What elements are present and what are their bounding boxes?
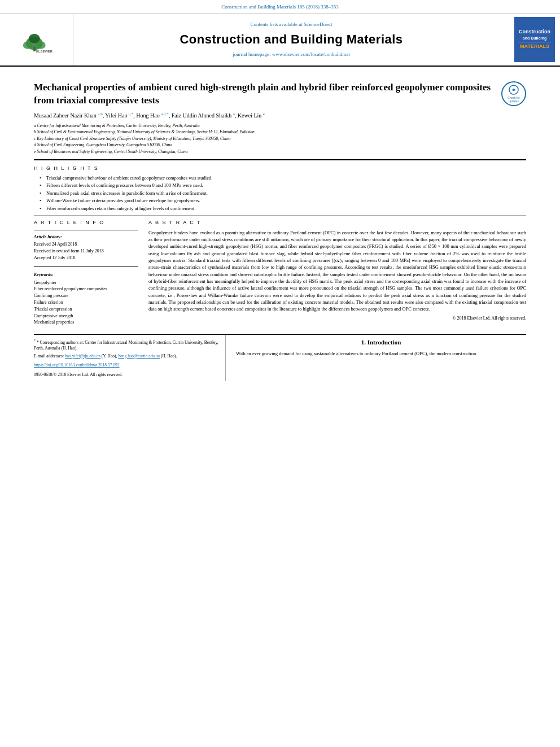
- svg-point-4: [29, 34, 40, 43]
- article-history-label: Article history:: [34, 234, 138, 240]
- issn-line: 0950-0618/© 2018 Elsevier Ltd. All right…: [34, 372, 218, 378]
- revised-date: Received in revised form 11 July 2018: [34, 248, 138, 255]
- cbm-logo-area: Construction and Building MATERIALS: [509, 14, 560, 65]
- introduction-text: With an ever growing demand for using su…: [236, 350, 526, 357]
- keywords-divider: [34, 267, 138, 267]
- affiliation-e: e School of Resources and Safety Enginee…: [34, 149, 526, 155]
- journal-header: ELSEVIER Contents lists available at Sci…: [0, 14, 560, 67]
- abstract-section: A B S T R A C T Geopolymer binders have …: [148, 219, 526, 326]
- highlight-item-1: Triaxial compressive behaviour of ambien…: [40, 175, 526, 181]
- email-1-link[interactable]: hao.yifei@tju.edu.cn: [65, 353, 100, 359]
- introduction-section: 1. Introduction With an ever growing dem…: [226, 335, 526, 381]
- info-divider: [34, 230, 138, 230]
- journal-center: Contents lists available at ScienceDirec…: [73, 14, 509, 65]
- keyword-3: Confining pressure: [34, 293, 138, 299]
- highlight-item-5: Fiber reinforced samples retain their in…: [40, 206, 526, 212]
- bottom-section: * * Corresponding authors at: Centre for…: [34, 334, 526, 381]
- svg-point-2: [23, 41, 33, 49]
- introduction-heading: 1. Introduction: [236, 338, 526, 347]
- article-info-heading: A R T I C L E I N F O: [34, 219, 138, 226]
- affiliation-a: a Centre for Infrastructural Monitoring …: [34, 123, 526, 129]
- journal-citation: Construction and Building Materials 185 …: [0, 0, 560, 14]
- keyword-2: Fiber reinforced geopolymer composites: [34, 286, 138, 292]
- journal-homepage: journal homepage: www.elsevier.com/locat…: [233, 51, 349, 58]
- email-label: E-mail addresses:: [34, 353, 64, 359]
- footnotes-column: * * Corresponding authors at: Centre for…: [34, 335, 226, 381]
- email-1-author: (Y. Hao),: [102, 353, 117, 359]
- highlights-list: Triaxial compressive behaviour of ambien…: [40, 175, 526, 212]
- cbm-logo-icon: Construction and Building MATERIALS: [514, 17, 555, 62]
- highlight-item-2: Fifteen different levels of confining pr…: [40, 182, 526, 189]
- cbm-logo-bot: MATERIALS: [520, 43, 549, 50]
- email-2-author: (H. Hao).: [161, 353, 177, 359]
- elsevier-logo-area: ELSEVIER: [0, 14, 73, 65]
- article-info-section: A R T I C L E I N F O Article history: R…: [34, 219, 138, 326]
- check-updates-circle: Check for updates: [501, 81, 526, 106]
- abstract-text: Geopolymer binders have evolved as a pro…: [148, 229, 526, 321]
- abstract-paragraph: Geopolymer binders have evolved as a pro…: [148, 229, 526, 313]
- cbm-logo-top: Construction: [519, 29, 550, 36]
- check-updates-badge: Check for updates: [501, 81, 526, 106]
- article-title-section: Mechanical properties of ambient cured h…: [34, 76, 526, 107]
- citation-text: Construction and Building Materials 185 …: [221, 4, 338, 10]
- svg-text:ELSEVIER: ELSEVIER: [36, 49, 53, 53]
- check-updates-icon: [509, 85, 519, 95]
- received-date: Received 24 April 2018: [34, 242, 138, 248]
- check-updates-label: Check for updates: [502, 96, 525, 103]
- affiliation-c: c Key Laboratory of Coast Civil Structur…: [34, 136, 526, 142]
- keyword-1: Geopolymer: [34, 280, 138, 286]
- two-column-section: A R T I C L E I N F O Article history: R…: [34, 219, 526, 326]
- doi-link[interactable]: https://doi.org/10.1016/j.conbuildmat.20…: [34, 362, 120, 368]
- journal-title: Construction and Building Materials: [180, 31, 403, 49]
- abstract-heading: A B S T R A C T: [148, 219, 526, 226]
- highlights-heading: H I G H L I G H T S: [34, 165, 526, 172]
- highlights-section: H I G H L I G H T S Triaxial compressive…: [34, 165, 526, 212]
- highlight-item-4: Willam-Warnke failure criteria provides …: [40, 198, 526, 204]
- sciencedirect-note: Contents lists available at ScienceDirec…: [251, 21, 333, 28]
- affiliation-b: b School of Civil & Environmental Engine…: [34, 129, 526, 136]
- keyword-6: Compressive strength: [34, 313, 138, 320]
- email-2-link[interactable]: hong.hao@curtin.edu.au: [118, 353, 160, 359]
- article-title: Mechanical properties of ambient cured h…: [34, 81, 492, 107]
- main-content: Mechanical properties of ambient cured h…: [0, 67, 560, 382]
- affiliation-d: d School of Civil Engineering, Guangzhou…: [34, 142, 526, 148]
- doi-line: https://doi.org/10.1016/j.conbuildmat.20…: [34, 362, 218, 369]
- accepted-date: Accepted 12 July 2018: [34, 255, 138, 261]
- corresponding-author-note: * * Corresponding authors at: Centre for…: [34, 338, 218, 352]
- elsevier-logo-icon: ELSEVIER: [12, 25, 60, 54]
- svg-point-3: [36, 41, 46, 49]
- thick-divider-1: [34, 159, 526, 160]
- keywords-list: Geopolymer Fiber reinforced geopolymer c…: [34, 280, 138, 326]
- keyword-5: Triaxial compression: [34, 307, 138, 313]
- thin-divider-1: [34, 215, 526, 216]
- affiliations: a Centre for Infrastructural Monitoring …: [34, 123, 526, 155]
- authors-line: Musaad Zaheer Nazir Khan a,b, Yifei Hao …: [34, 111, 526, 120]
- keyword-7: Mechanical properties: [34, 320, 138, 326]
- copyright-line: © 2018 Elsevier Ltd. All rights reserved…: [148, 315, 526, 322]
- email-addresses: E-mail addresses: hao.yifei@tju.edu.cn (…: [34, 353, 218, 360]
- highlight-item-3: Normalized peak axial stress increases i…: [40, 190, 526, 196]
- keywords-label: Keywords:: [34, 272, 138, 278]
- svg-point-7: [513, 89, 515, 91]
- keyword-4: Failure criterion: [34, 300, 138, 306]
- cbm-logo-mid: and Building: [523, 36, 546, 41]
